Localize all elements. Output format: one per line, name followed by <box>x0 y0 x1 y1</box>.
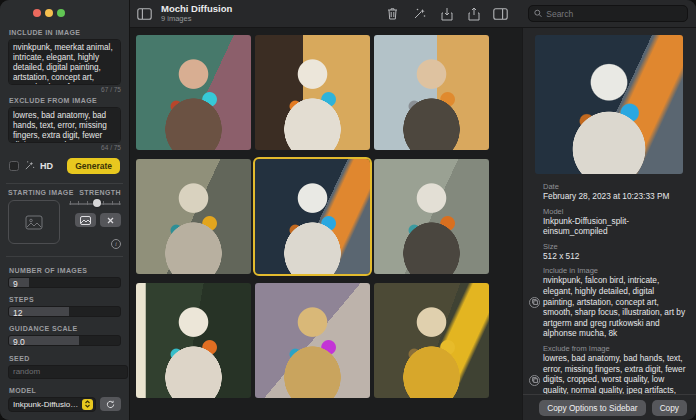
refresh-icon <box>106 400 115 409</box>
search-icon <box>534 9 542 18</box>
gallery-image-meerkat-portrait[interactable] <box>374 283 489 398</box>
guidance-scale-field[interactable]: 9.0 <box>8 335 121 346</box>
image-gallery <box>130 28 522 420</box>
starting-image-dropzone[interactable] <box>8 200 60 244</box>
number-of-images-label: NUMBER OF IMAGES <box>9 267 120 274</box>
image-count: 9 images <box>161 15 232 23</box>
copy-button[interactable]: Copy <box>652 400 687 416</box>
exclude-token-counter: 64 / 75 <box>8 144 121 151</box>
gallery-image-raccoon-portrait[interactable] <box>374 159 489 274</box>
generate-button[interactable]: Generate <box>67 158 120 174</box>
clear-starting-image-button[interactable] <box>100 213 121 227</box>
gallery-image-falcon-portrait[interactable] <box>255 159 370 274</box>
sidebar-right-icon <box>493 8 508 20</box>
copy-include-button[interactable] <box>529 297 540 308</box>
toolbar: Mochi Diffusion 9 images <box>130 0 696 28</box>
include-meta-label: Include in Image <box>543 266 686 275</box>
include-token-counter: 67 / 75 <box>8 86 121 93</box>
steps-label: STEPS <box>9 296 120 303</box>
model-label: MODEL <box>9 387 120 394</box>
save-icon <box>441 7 453 21</box>
gallery-image-dog-portrait[interactable] <box>255 35 370 150</box>
model-popup[interactable]: Inkpunk-Diffusion_spli… <box>8 397 96 412</box>
copy-icon <box>532 377 538 383</box>
save-image-button[interactable] <box>439 7 454 21</box>
x-icon <box>107 217 114 224</box>
steps-value: 12 <box>13 308 22 317</box>
hd-checkbox[interactable] <box>9 161 19 171</box>
details-actions: Copy Options to Sidebar Copy <box>523 394 696 420</box>
hd-row: HD Generate <box>9 158 120 174</box>
copy-options-to-sidebar-button[interactable]: Copy Options to Sidebar <box>539 400 645 416</box>
copy-icon <box>532 299 538 305</box>
guidance-scale-label: GUIDANCE SCALE <box>9 325 120 332</box>
minimize-button[interactable] <box>45 9 53 17</box>
exclude-meta-label: Exclude from Image <box>543 344 686 353</box>
strength-label: STRENGTH <box>79 189 121 196</box>
size-label: Size <box>543 242 686 251</box>
share-button[interactable] <box>466 7 481 21</box>
image-metadata: Date February 28, 2023 at 10:23:33 PM Mo… <box>523 174 696 394</box>
exclude-prompt-input[interactable]: lowres, bad anatomy, bad hands, text, er… <box>8 107 121 143</box>
gallery-image-cat-portrait[interactable] <box>136 159 251 274</box>
convert-upscale-button[interactable] <box>412 7 427 21</box>
gallery-image-woman-portrait[interactable] <box>136 35 251 150</box>
size-value: 512 x 512 <box>543 251 686 262</box>
date-label: Date <box>543 182 686 191</box>
search-field[interactable] <box>528 5 688 22</box>
model-meta-label: Model <box>543 207 686 216</box>
hd-label: HD <box>40 161 53 171</box>
photo-icon <box>80 216 91 225</box>
gallery-image-man-portrait[interactable] <box>374 35 489 150</box>
delete-image-button[interactable] <box>385 7 400 21</box>
exclude-from-image-label: EXCLUDE FROM IMAGE <box>9 97 120 104</box>
close-button[interactable] <box>33 9 41 17</box>
strength-slider-thumb[interactable] <box>93 199 101 207</box>
number-of-images-field[interactable]: 9 <box>8 277 121 288</box>
mochi-diffusion-window: INCLUDE IN IMAGE nvinkpunk, meerkat anim… <box>0 0 696 420</box>
date-value: February 28, 2023 at 10:23:33 PM <box>543 191 686 202</box>
wand-icon <box>24 160 35 171</box>
choose-starting-image-button[interactable] <box>75 213 96 227</box>
seed-label: SEED <box>9 355 120 362</box>
zoom-button[interactable] <box>57 9 65 17</box>
copy-exclude-button[interactable] <box>529 375 540 386</box>
seed-input[interactable] <box>8 365 128 379</box>
steps-field[interactable]: 12 <box>8 306 121 317</box>
reload-models-button[interactable] <box>100 397 121 411</box>
include-meta-value: nvinkpunk, falcon bird, intricate, elega… <box>543 275 686 339</box>
trash-icon <box>387 7 398 20</box>
sidebar: INCLUDE IN IMAGE nvinkpunk, meerkat anim… <box>0 0 130 420</box>
search-input[interactable] <box>546 9 682 19</box>
info-panel-toggle-button[interactable] <box>493 7 508 21</box>
include-in-image-label: INCLUDE IN IMAGE <box>9 29 120 36</box>
photo-placeholder-icon <box>25 215 43 230</box>
selected-image-preview <box>535 35 683 174</box>
magic-wand-icon <box>413 7 426 20</box>
traffic-lights <box>8 0 121 25</box>
model-popup-value: Inkpunk-Diffusion_spli… <box>13 400 82 409</box>
starting-image-label: STARTING IMAGE <box>8 189 74 196</box>
exclude-meta-value: lowres, bad anatomy, bad hands, text, er… <box>543 353 686 394</box>
details-panel: Date February 28, 2023 at 10:23:33 PM Mo… <box>522 28 696 420</box>
info-icon[interactable]: i <box>111 239 121 249</box>
divider <box>6 256 123 257</box>
model-meta-value: Inkpunk-Diffusion_split-einsum_compiled <box>543 216 686 237</box>
include-prompt-input[interactable]: nvinkpunk, meerkat animal, intricate, el… <box>8 39 121 85</box>
guidance-scale-value: 9.0 <box>13 337 25 346</box>
divider <box>6 183 123 184</box>
gallery-image-panda-portrait[interactable] <box>136 283 251 398</box>
chevron-up-down-icon <box>82 399 93 410</box>
gallery-image-ferret-portrait[interactable] <box>255 283 370 398</box>
sidebar-left-icon <box>137 8 152 20</box>
share-icon <box>468 7 480 21</box>
number-of-images-value: 9 <box>13 279 18 288</box>
strength-slider[interactable] <box>69 198 121 208</box>
sidebar-toggle-button[interactable] <box>137 7 152 21</box>
